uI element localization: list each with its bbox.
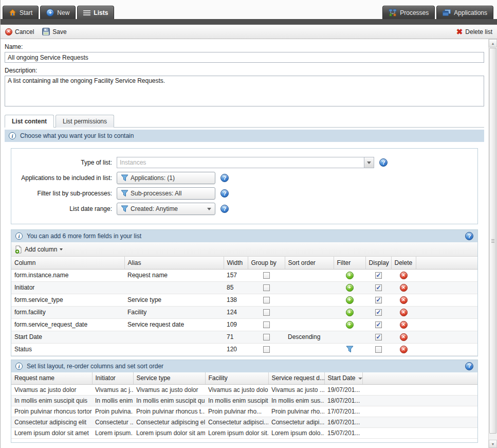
help-icon[interactable]: ?: [220, 174, 229, 182]
add-filter-icon[interactable]: +: [346, 272, 354, 279]
cancel-label: Cancel: [15, 28, 34, 35]
add-filter-icon[interactable]: +: [346, 284, 354, 292]
add-filter-icon[interactable]: +: [346, 321, 354, 329]
delete-row-icon[interactable]: ✕: [400, 296, 408, 304]
fields-table: Column Alias Width Group by Sort order F…: [11, 257, 477, 356]
tab-processes[interactable]: Processes: [382, 6, 435, 19]
help-icon[interactable]: ?: [465, 232, 473, 240]
preview-start-date-cell: 16/07/201...: [324, 417, 362, 428]
delete-row-icon[interactable]: ✕: [400, 346, 408, 353]
display-checkbox[interactable]: [375, 272, 382, 279]
field-row: form.instance.nameRequest name157+✕: [11, 269, 477, 281]
group-by-checkbox[interactable]: [263, 334, 270, 341]
combo-arrow-icon[interactable]: [364, 157, 374, 168]
preview-header-start-date[interactable]: Start Date: [324, 372, 362, 385]
preview-header-service-type[interactable]: Service type: [133, 372, 205, 385]
layout-header-text: Set list layout, re-order columns and se…: [27, 363, 163, 370]
fields-grid-toolbar: Add column: [11, 242, 477, 257]
preview-header-facility[interactable]: Facility: [205, 372, 268, 385]
preview-row: Lorem ipsum dolor sit ametLorem ipsum...…: [11, 428, 477, 439]
subprocesses-label: Filter list by sub-processes:: [11, 190, 117, 197]
preview-header-service-request-date[interactable]: Service request d...: [268, 372, 324, 385]
delete-list-button[interactable]: ✖ Delete list: [456, 28, 492, 35]
date-range-dropdown[interactable]: Created: Anytime: [117, 203, 215, 215]
preview-row: In mollis enim suscipit quisIn mollis en…: [11, 396, 477, 406]
preview-start-date-cell: 19/07/201...: [324, 385, 362, 396]
cancel-button[interactable]: ✕ Cancel: [5, 28, 34, 35]
preview-initiator-cell: Proin pulvina...: [92, 406, 133, 417]
group-by-checkbox[interactable]: [263, 309, 270, 316]
tab-list-permissions-label: List permissions: [63, 118, 107, 125]
preview-header-initiator[interactable]: Initiator: [92, 372, 133, 385]
active-filter-funnel-icon[interactable]: [346, 346, 354, 353]
field-display-cell: [365, 318, 391, 331]
add-column-button[interactable]: Add column: [15, 245, 63, 254]
delete-list-icon: ✖: [456, 28, 463, 35]
delete-row-icon[interactable]: ✕: [400, 321, 408, 329]
field-width-cell: 71: [224, 331, 248, 343]
field-display-cell: [365, 269, 391, 281]
group-by-checkbox[interactable]: [263, 284, 270, 291]
tab-applications[interactable]: Applications: [436, 6, 493, 19]
field-row: Start Date71Descending✕: [11, 331, 477, 343]
display-checkbox[interactable]: [375, 334, 382, 341]
group-by-checkbox[interactable]: [263, 346, 270, 353]
preview-start-date-cell: 17/07/201...: [324, 406, 362, 417]
name-input[interactable]: [5, 52, 484, 63]
tab-start[interactable]: Start: [3, 6, 39, 19]
help-icon[interactable]: ?: [220, 189, 229, 198]
tab-new[interactable]: + New: [40, 6, 76, 19]
subprocesses-filter-button[interactable]: Sub-processes: All: [117, 187, 215, 200]
delete-row-icon[interactable]: ✕: [400, 284, 408, 292]
add-column-icon: [15, 245, 22, 254]
field-alias-cell: Facility: [124, 306, 224, 318]
subprocesses-filter-label: Sub-processes: All: [131, 190, 181, 197]
display-checkbox[interactable]: [375, 297, 382, 303]
field-groupby-cell: [248, 343, 285, 355]
delete-row-icon[interactable]: ✕: [400, 333, 408, 341]
scroll-up-button[interactable]: ▲: [489, 39, 497, 47]
save-label: Save: [52, 28, 66, 35]
description-input[interactable]: A list containing all the ongoing Facili…: [5, 76, 484, 106]
tab-strip: [1, 19, 497, 25]
help-icon[interactable]: ?: [465, 362, 473, 370]
group-by-checkbox[interactable]: [263, 272, 270, 279]
preview-filler-cell: [362, 406, 477, 417]
display-checkbox[interactable]: [375, 321, 382, 328]
col-header-alias: Alias: [124, 257, 224, 269]
scrollbar-thumb[interactable]: [489, 48, 496, 434]
preview-row: Vivamus ac justo dolorVivamus ac j...Viv…: [11, 385, 477, 396]
add-filter-icon[interactable]: +: [346, 296, 354, 304]
type-of-list-select[interactable]: Instances: [117, 157, 374, 168]
display-checkbox[interactable]: [375, 346, 382, 353]
field-sortorder-cell: [285, 306, 334, 318]
tab-lists[interactable]: Lists: [77, 6, 114, 19]
display-checkbox[interactable]: [375, 284, 382, 291]
date-range-label: List date range:: [11, 205, 117, 212]
tab-list-content-label: List content: [12, 118, 47, 125]
scroll-down-button[interactable]: ▼: [489, 440, 497, 448]
preview-header-request-name[interactable]: Request name: [11, 372, 92, 385]
tab-list-content[interactable]: List content: [5, 115, 54, 128]
help-icon[interactable]: ?: [220, 205, 229, 213]
applications-filter-button[interactable]: Applications: (1): [117, 172, 215, 184]
delete-row-icon[interactable]: ✕: [400, 309, 408, 316]
group-by-checkbox[interactable]: [263, 297, 270, 303]
preview-facility-cell: Vivamus ac justo dolor: [205, 385, 268, 396]
help-icon[interactable]: ?: [379, 158, 388, 167]
tab-list-permissions[interactable]: List permissions: [56, 115, 114, 128]
home-icon: [9, 9, 16, 16]
save-button[interactable]: Save: [42, 28, 66, 35]
add-filter-icon[interactable]: +: [346, 309, 354, 316]
field-column-cell: Initiator: [11, 281, 124, 294]
group-by-checkbox[interactable]: [263, 321, 270, 328]
display-checkbox[interactable]: [375, 309, 382, 316]
type-of-list-value: Instances: [117, 157, 364, 168]
tab-new-label: New: [57, 9, 69, 16]
field-row: Initiator85+✕: [11, 281, 477, 294]
date-range-value: Created: Anytime: [131, 205, 178, 212]
delete-row-icon[interactable]: ✕: [400, 272, 408, 279]
field-filter-cell: +: [334, 294, 365, 306]
vertical-scrollbar[interactable]: ▲ ▼: [488, 39, 497, 448]
field-filter-cell: +: [334, 306, 365, 318]
